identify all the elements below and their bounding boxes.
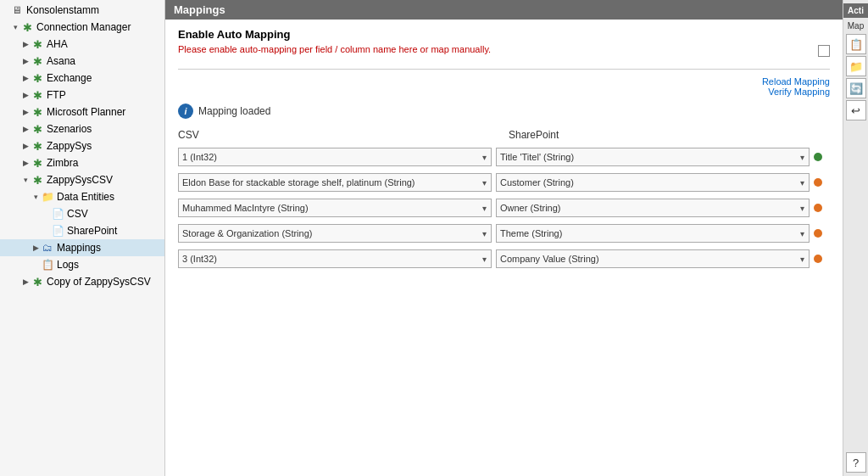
app-container: 🖥 Konsolenstamm ▾ ✱ Connection Manager ▶… [0,0,868,476]
sp-select-wrapper-0: Title 'Titel' (String) [496,148,810,166]
verify-mapping-link[interactable]: Verify Mapping [768,87,830,97]
sidebar-item-mappings[interactable]: ▶ 🗂 Mappings [0,239,164,256]
sidebar-item-konsolenstamm[interactable]: 🖥 Konsolenstamm [0,2,164,19]
mapping-row-dot-2[interactable] [814,204,822,212]
mapping-status-text: Mapping loaded [198,105,270,117]
main-area: 🖥 Konsolenstamm ▾ ✱ Connection Manager ▶… [0,0,868,476]
sidebar-item-ftp[interactable]: ▶ ✱ FTP [0,87,164,104]
tree-arrow: ▶ [20,125,31,133]
tree-arrow: ▾ [20,176,31,184]
action-btn-refresh[interactable]: 🔄 [846,78,866,98]
mapping-rows-area: 1 (Int32) Title 'Titel' (String) Eldon B… [178,148,830,272]
tree-icon-aha: ✱ [31,37,44,51]
tree-label-szenarios: Szenarios [47,123,92,135]
tree-icon-ftp: ✱ [31,88,44,102]
tree-label-copy-zappysyscsv: Copy of ZappySysCSV [47,276,151,288]
sidebar-item-data-entities[interactable]: ▾ 📁 Data Entities [0,188,164,205]
tree-label-zappysys: ZappySys [47,140,92,152]
action-btn-copy[interactable]: 📋 [846,34,866,54]
sp-select-wrapper-1: Customer (String) [496,173,810,192]
csv-select-0[interactable]: 1 (Int32) [178,148,492,166]
mapping-row-4: 3 (Int32) Company Value (String) [178,249,830,268]
csv-select-4[interactable]: 3 (Int32) [178,249,492,268]
sidebar-item-exchange[interactable]: ▶ ✱ Exchange [0,70,164,87]
tree-label-zimbra: Zimbra [47,157,78,169]
tree-arrow: ▾ [10,23,20,31]
sidebar-item-zappysyscsv[interactable]: ▾ ✱ ZappySysCSV [0,171,164,188]
tree-icon-logs: 📋 [41,258,54,272]
sp-select-2[interactable]: Owner (String) [496,199,810,217]
tree-label-data-entities: Data Entities [57,191,114,203]
sidebar-item-zimbra[interactable]: ▶ ✱ Zimbra [0,154,164,171]
tree-label-ftp: FTP [47,89,66,101]
tree-label-zappysyscsv: ZappySysCSV [47,174,113,186]
tree-icon-exchange: ✱ [31,71,44,85]
csv-select-wrapper-2: Muhammed MacIntyre (String) [178,199,492,217]
tree-icon-copy-zappysyscsv: ✱ [31,275,44,288]
sp-select-3[interactable]: Theme (String) [496,224,810,243]
tree-label-konsolenstamm: Konsolenstamm [26,4,99,16]
sp-select-0[interactable]: Title 'Titel' (String) [496,148,810,166]
sp-select-wrapper-2: Owner (String) [496,199,810,217]
auto-mapping-row: Please enable auto-mapping per field / c… [178,43,830,60]
mapping-row-dot-3[interactable] [814,229,822,238]
mappings-content: Enable Auto Mapping Please enable auto-m… [165,20,843,476]
csv-select-wrapper-3: Storage & Organization (String) [178,224,492,243]
tree-icon-asana: ✱ [31,54,44,68]
sidebar-item-zappysys[interactable]: ▶ ✱ ZappySys [0,137,164,154]
sp-select-4[interactable]: Company Value (String) [496,249,810,268]
tree-icon-mappings: 🗂 [41,241,54,255]
tree-label-asana: Asana [47,55,75,67]
action-btn-help[interactable]: ? [846,452,866,473]
tree-label-connection-manager: Connection Manager [36,21,131,33]
mapping-row-dot-4[interactable] [814,255,822,263]
tree-arrow: ▶ [20,91,31,99]
tree-label-microsoft-planner: Microsoft Planner [47,106,125,118]
tree-label-logs: Logs [57,259,79,271]
sidebar-item-microsoft-planner[interactable]: ▶ ✱ Microsoft Planner [0,104,164,120]
auto-mapping-section: Enable Auto Mapping Please enable auto-m… [178,28,830,60]
auto-mapping-checkbox[interactable] [818,45,830,57]
sidebar-item-connection-manager[interactable]: ▾ ✱ Connection Manager [0,19,164,36]
mapping-row-0: 1 (Int32) Title 'Titel' (String) [178,148,830,166]
tree-label-exchange: Exchange [47,72,92,84]
sidebar-item-asana[interactable]: ▶ ✱ Asana [0,53,164,70]
reload-verify-row: Reload Mapping Verify Mapping [178,76,830,97]
tree-arrow: ▾ [31,193,41,201]
tree-icon-zappysyscsv: ✱ [31,173,44,187]
divider [178,69,830,70]
mapping-row-1: Eldon Base for stackable storage shelf, … [178,173,830,192]
sidebar-item-logs[interactable]: 📋 Logs [0,256,164,273]
mapping-row-dot-1[interactable] [814,178,822,187]
tree-icon-data-entities: 📁 [41,190,54,204]
mapping-row-dot-0[interactable] [814,153,822,161]
tree-icon-konsolenstamm: 🖥 [10,3,24,17]
sp-select-wrapper-3: Theme (String) [496,224,810,243]
right-panel-header: Acti [843,3,868,18]
csv-select-1[interactable]: Eldon Base for stackable storage shelf, … [178,173,492,192]
sidebar-item-copy-zappysyscsv[interactable]: ▶ ✱ Copy of ZappySysCSV [0,273,164,290]
tree-label-mappings: Mappings [57,242,101,254]
mapping-row-3: Storage & Organization (String) Theme (S… [178,224,830,243]
tree-arrow: ▶ [20,74,31,82]
reload-mapping-link[interactable]: Reload Mapping [762,76,830,87]
csv-select-3[interactable]: Storage & Organization (String) [178,224,492,243]
csv-select-2[interactable]: Muhammed MacIntyre (String) [178,199,492,217]
sidebar-item-aha[interactable]: ▶ ✱ AHA [0,36,164,53]
mappings-title: Mappings [174,3,225,16]
sharepoint-column-header: SharePoint [509,129,822,141]
sidebar-item-szenarios[interactable]: ▶ ✱ Szenarios [0,120,164,137]
sp-select-1[interactable]: Customer (String) [496,173,810,192]
mapping-status: i Mapping loaded [178,104,830,119]
tree-arrow: ▶ [20,159,31,167]
sidebar-item-sharepoint[interactable]: 📄 SharePoint [0,222,164,239]
action-btn-back[interactable]: ↩ [846,100,866,120]
sidebar-item-csv[interactable]: 📄 CSV [0,205,164,222]
content-area: Mappings Enable Auto Mapping Please enab… [165,0,843,476]
auto-mapping-desc: Please enable auto-mapping per field / c… [178,43,810,56]
action-btn-folder[interactable]: 📁 [846,56,866,76]
sp-select-wrapper-4: Company Value (String) [496,249,810,268]
tree-arrow: ▶ [20,57,31,65]
right-panel: Acti Map 📋 📁 🔄 ↩ ? [843,0,868,476]
mappings-header: Mappings [165,0,843,20]
